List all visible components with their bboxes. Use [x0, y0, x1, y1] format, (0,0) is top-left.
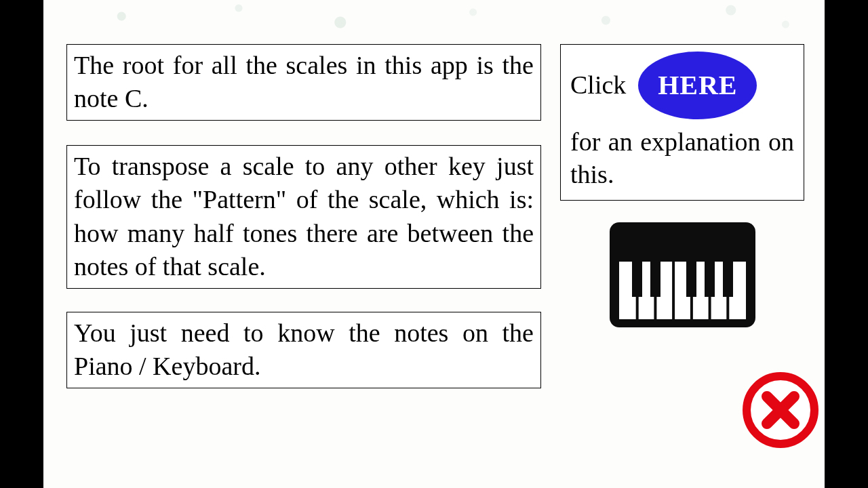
- piano-button[interactable]: [610, 222, 755, 327]
- explanation-rest: for an explanation on this.: [570, 127, 794, 188]
- svg-rect-9: [650, 262, 660, 297]
- info-box-2: To transpose a scale to any other key ju…: [66, 145, 541, 289]
- close-icon: [742, 371, 819, 449]
- svg-rect-8: [632, 262, 642, 297]
- piano-icon: [610, 222, 755, 327]
- explanation-box: Click HERE for an explanation on this.: [560, 44, 804, 201]
- info-text-1: The root for all the scales in this app …: [74, 51, 534, 113]
- svg-rect-11: [705, 262, 715, 297]
- here-button-label: HERE: [658, 68, 737, 102]
- background-texture: [43, 0, 825, 41]
- close-button[interactable]: [742, 371, 819, 449]
- info-box-3: You just need to know the notes on the P…: [66, 312, 541, 388]
- click-label: Click: [570, 69, 626, 102]
- info-box-1: The root for all the scales in this app …: [66, 44, 541, 121]
- content-stage: The root for all the scales in this app …: [43, 0, 825, 488]
- here-button[interactable]: HERE: [638, 52, 757, 119]
- info-text-3: You just need to know the notes on the P…: [74, 319, 534, 380]
- svg-rect-10: [686, 262, 696, 297]
- info-text-2: To transpose a scale to any other key ju…: [74, 152, 534, 281]
- svg-rect-12: [723, 262, 733, 297]
